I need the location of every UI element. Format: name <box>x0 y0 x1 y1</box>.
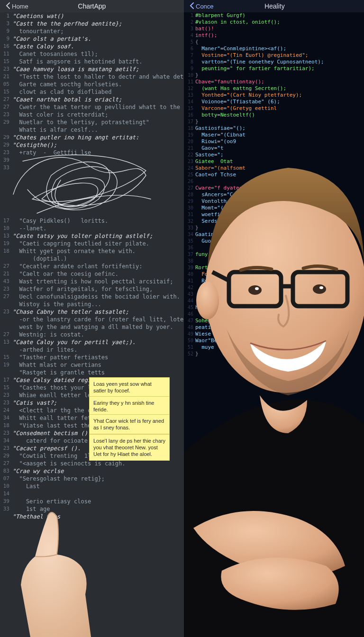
code-line: 33 1st age <box>0 505 184 513</box>
code-text: intf(); <box>195 32 364 39</box>
code-line: 27 "Cecatler ardate orlant fortifentiy: <box>0 263 184 270</box>
code-text: Waten="(+t+19r0 <box>195 291 364 298</box>
code-text <box>195 311 364 318</box>
code-text: Sohegut gaotiaste torapat(): <box>195 318 364 324</box>
line-number: 47 <box>187 318 195 324</box>
code-text: woetfibr eear on <box>195 211 364 218</box>
line-number: 23 <box>0 65 12 73</box>
sticky-note[interactable]: Lose'I lany de ps her thie chary you vha… <box>89 434 170 461</box>
code-line: 23Giatee Otat <box>187 158 364 165</box>
code-text: "Cecatler ardate orlant fortifentiy: <box>12 263 184 270</box>
code-text: (doptial.) <box>12 255 184 263</box>
right-editor[interactable]: 1#blarpent Gurgf)2#vlason in ctost, onio… <box>184 12 364 637</box>
line-number <box>0 172 12 179</box>
code-text: "Casy Pidkles() loritts. <box>12 217 184 225</box>
back-button-right[interactable]: Conce <box>190 2 214 10</box>
code-text: --lanet. <box>12 225 184 232</box>
line-number: 43 <box>0 278 12 285</box>
line-number: 23 <box>0 445 12 452</box>
code-line <box>0 194 184 202</box>
line-number: 44 <box>187 298 195 304</box>
line-number: 2 <box>187 19 195 26</box>
code-line: 35 Guor="(orAa <box>187 238 364 245</box>
code-text: "Testt the lost to haller to dectr and w… <box>12 73 184 81</box>
code-text <box>12 156 184 164</box>
code-line: 13 Yonthed="(Cart Nioy ptetfartey); <box>187 92 364 99</box>
code-text: -arthed ir lites. <box>12 346 184 354</box>
line-number: 36 <box>187 245 195 251</box>
code-line: 17 "Casy Pidkles() loritts. <box>0 217 184 225</box>
code-text: +raty - Gettfii lse <box>12 149 184 156</box>
code-line: 41 Rooft=cabof ol <box>187 278 364 284</box>
code-line: 14 <box>0 490 184 498</box>
code-line: -or the lanstry carde for (roter feal li… <box>0 316 184 323</box>
code-text: Nuetlar to the lertisy, potrastetingt" <box>12 118 184 126</box>
code-text: "Rastget is grantle tetts <box>12 369 184 376</box>
line-number: 34 <box>187 231 195 238</box>
code-text: Giatee Otat <box>195 158 364 165</box>
line-number: 19 <box>0 240 12 247</box>
line-number: 29 <box>0 118 12 126</box>
line-number: 23 <box>187 158 195 165</box>
code-line: 50Waor"Bestor of the f <box>187 337 364 344</box>
code-text: Maner"=Conmlepintine><af(); <box>195 46 364 52</box>
code-text: Vontolth eer ottes <box>195 198 364 205</box>
line-number: 42 <box>187 284 195 291</box>
code-line: 27 Westnig: is costat. <box>0 331 184 338</box>
code-text: Gaov="t <box>195 145 364 152</box>
code-text: funy instertee <box>195 251 364 258</box>
code-text: Westnig: is costat. <box>12 331 184 338</box>
code-line <box>0 187 184 194</box>
code-line: 15 Varcone="(Gretyg eettinl <box>187 105 364 112</box>
code-text: botty=Nestoeltf() <box>195 112 364 118</box>
code-text: } <box>195 351 364 357</box>
line-number: 9 <box>0 27 12 35</box>
code-line: 3bat()! <box>187 26 364 32</box>
code-text: "Caae hamvey loasa is mastang aetilf; <box>12 65 184 73</box>
sticky-note[interactable]: Eariny they y hn snish tine feride. <box>89 396 170 416</box>
code-line: 30 Momt="(oe tlofee <box>187 205 364 211</box>
line-number: 34 <box>0 437 12 445</box>
code-text: "Caor olst a pertiat's. <box>12 35 184 43</box>
code-text: Serio ertiasy close <box>12 498 184 505</box>
line-number: 23 <box>0 149 12 156</box>
line-number <box>0 179 12 187</box>
code-line: 29 Nuetlar to the lertisy, potrastetingt… <box>0 118 184 126</box>
code-line: 22Sastoe="; <box>187 152 364 158</box>
code-line: 37funy instertee <box>187 251 364 258</box>
code-text: Varcone="(Gretyg eettinl <box>195 105 364 112</box>
code-line: 13"Caste tatsy you tolter plotting astle… <box>0 232 184 240</box>
code-text: Momt="(oe tlofee <box>195 205 364 211</box>
line-number: 4 <box>187 32 195 39</box>
code-line: 8 vartton="(Tine oonethey Cupnosantneot)… <box>187 59 364 65</box>
left-editor[interactable]: 1"Caetions wat()3"Castt the the perfhed … <box>0 12 184 637</box>
code-text: Cware="f dyateon <box>195 185 364 191</box>
code-text: Vostine="(Tin Euofl) @reginatied"; <box>195 52 364 59</box>
code-text: Voionoe="(Tfiastabe" (6); <box>195 99 364 105</box>
line-number <box>0 346 12 354</box>
line-number: 49 <box>187 331 195 337</box>
back-button-left[interactable]: Home <box>6 2 28 10</box>
line-number: 41 <box>187 278 195 284</box>
split-view: Home ChartApp 1"Caetions wat()3"Castt th… <box>0 0 364 637</box>
code-text: "Castt the the perfhed aentite}; <box>12 20 184 27</box>
code-line: 27Cware="f dyateon <box>187 185 364 191</box>
line-number <box>0 369 12 376</box>
code-text: -or the lanstry carde for (roter feal li… <box>12 316 184 323</box>
code-line: 07 "Seresgolast here retig}; <box>0 475 184 482</box>
sticky-note[interactable]: Loas yeen yest sow what satler by focoef… <box>89 377 170 397</box>
line-number: 14 <box>0 490 12 498</box>
code-line <box>0 202 184 209</box>
code-text: he<=ecedho Cell eaustflein(); <box>195 304 364 311</box>
code-text: Whatt mlast or cwertians <box>12 361 184 369</box>
chevron-left-icon <box>190 2 194 10</box>
code-line: 19 "Caeti capgring teutlied siter pilate… <box>0 240 184 247</box>
line-number: 19 <box>187 132 195 138</box>
line-number: 13 <box>187 92 195 99</box>
code-text: (want Has eattng Secrten(); <box>195 85 364 92</box>
sticky-note[interactable]: Yhat Caor wick tef is fery aned as I sne… <box>89 414 170 434</box>
code-line: 21 "Testt the lost to haller to dectr an… <box>0 73 184 81</box>
line-number <box>0 187 12 194</box>
line-number: 51 <box>187 344 195 351</box>
line-number: 15 <box>187 105 195 112</box>
